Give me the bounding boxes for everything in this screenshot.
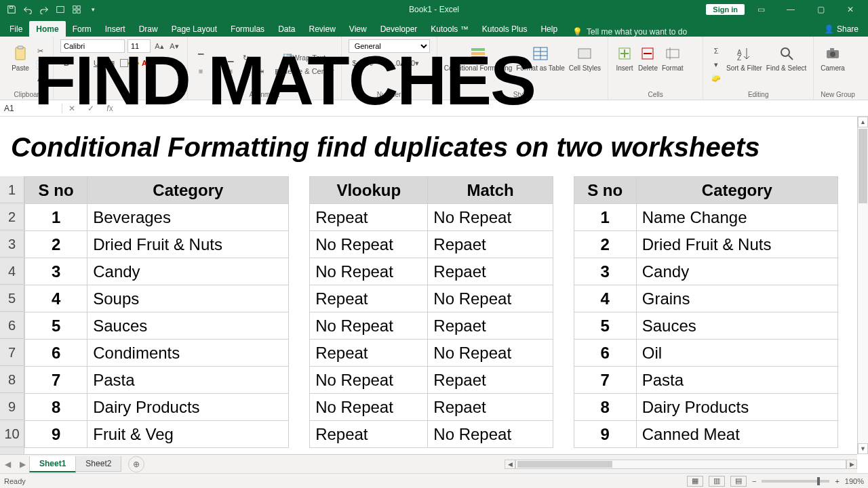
cell-category[interactable]: Beverages — [87, 204, 289, 231]
header-match[interactable]: Match — [428, 177, 553, 204]
close-icon[interactable]: ✕ — [837, 1, 864, 18]
font-name-select[interactable] — [60, 39, 125, 53]
font-color-icon[interactable]: A — [142, 57, 158, 69]
gap-cell[interactable] — [553, 340, 574, 367]
cell-vlookup[interactable]: No Repeat — [310, 312, 428, 340]
gap-cell[interactable] — [289, 258, 310, 285]
conditional-formatting-button[interactable]: Conditional Formatting — [444, 43, 513, 86]
decrease-font-icon[interactable]: A▾ — [168, 40, 180, 52]
page-break-view-icon[interactable]: ▤ — [730, 476, 747, 487]
cell-sno[interactable]: 5 — [25, 312, 87, 340]
fill-color-icon[interactable] — [120, 57, 139, 69]
vertical-scrollbar[interactable]: ▲ ▼ — [857, 117, 868, 454]
vscroll-thumb[interactable] — [859, 129, 867, 203]
maximize-icon[interactable]: ▢ — [807, 1, 834, 18]
gap-cell[interactable] — [553, 367, 574, 394]
cancel-fx-icon[interactable]: ✕ — [62, 100, 81, 116]
cell-vlookup[interactable]: Repeat — [310, 340, 428, 367]
scroll-down-icon[interactable]: ▼ — [858, 443, 868, 454]
cell-match[interactable]: Repaet — [428, 258, 553, 285]
cell-match[interactable]: Repaet — [428, 231, 553, 258]
cell-vlookup[interactable]: No Repeat — [310, 367, 428, 394]
cell-vlookup[interactable]: Repeat — [310, 421, 428, 448]
gap-cell[interactable] — [553, 421, 574, 448]
gap-cell[interactable] — [553, 312, 574, 340]
gap-cell[interactable] — [553, 394, 574, 421]
name-box[interactable]: A1 — [0, 104, 62, 113]
cell-category[interactable]: Fruit & Veg — [87, 421, 289, 448]
cell-sno[interactable]: 2 — [25, 231, 87, 258]
tab-kutools-plus[interactable]: Kutools Plus — [475, 21, 534, 37]
gap-cell[interactable] — [289, 367, 310, 394]
cell-category2[interactable]: Dairy Products — [636, 394, 837, 421]
cell-sno2[interactable]: 7 — [574, 367, 636, 394]
cell-vlookup[interactable]: No Repeat — [310, 394, 428, 421]
qat-extra2-icon[interactable] — [71, 3, 83, 16]
cell-styles-button[interactable]: Cell Styles — [569, 43, 601, 86]
tab-developer[interactable]: Developer — [374, 21, 425, 37]
gap-cell[interactable] — [289, 312, 310, 340]
worksheet[interactable]: S no Category Vlookup Match S no Categor… — [24, 176, 857, 448]
gap-cell[interactable] — [553, 177, 574, 204]
header-category2[interactable]: Category — [636, 177, 837, 204]
gap-cell[interactable] — [289, 340, 310, 367]
tab-help[interactable]: Help — [534, 21, 564, 37]
copy-icon[interactable]: 📄 — [34, 58, 46, 70]
cell-match[interactable]: No Repeat — [428, 340, 553, 367]
horizontal-scrollbar[interactable]: ◀ ▶ — [505, 459, 857, 470]
cell-vlookup[interactable]: No Repeat — [310, 258, 428, 285]
gap-cell[interactable] — [553, 258, 574, 285]
cell-match[interactable]: No Repeat — [428, 285, 553, 312]
format-painter-icon[interactable]: 🖌 — [34, 72, 46, 84]
align-bottom-icon[interactable]: ▁ — [224, 52, 237, 64]
row-header[interactable]: 5 — [0, 285, 24, 312]
zoom-in-icon[interactable]: + — [835, 477, 839, 485]
cell-category2[interactable]: Pasta — [636, 367, 837, 394]
align-center-icon[interactable]: ≡ — [210, 65, 222, 77]
formula-input[interactable] — [119, 104, 868, 113]
cell-vlookup[interactable]: No Repeat — [310, 231, 428, 258]
cell-match[interactable]: Repaet — [428, 367, 553, 394]
increase-decimal-icon[interactable]: .0▴ — [393, 57, 406, 69]
cell-match[interactable]: No Repeat — [428, 421, 553, 448]
normal-view-icon[interactable]: ▦ — [687, 476, 703, 487]
enter-fx-icon[interactable]: ✓ — [81, 100, 100, 116]
cell-sno2[interactable]: 2 — [574, 231, 636, 258]
cell-category2[interactable]: Oil — [636, 340, 837, 367]
cell-category2[interactable]: Canned Meat — [636, 421, 837, 448]
sign-in-button[interactable]: Sign in — [706, 4, 745, 15]
cell-sno[interactable]: 7 — [25, 367, 87, 394]
sheet-nav-next-icon[interactable]: ▶ — [15, 455, 30, 473]
row-header[interactable]: 7 — [0, 339, 24, 366]
cell-category[interactable]: Soups — [87, 285, 289, 312]
gap-cell[interactable] — [553, 204, 574, 231]
cell-sno2[interactable]: 4 — [574, 285, 636, 312]
qat-extra-icon[interactable] — [54, 3, 66, 16]
number-format-select[interactable]: General — [349, 39, 430, 53]
gap-cell[interactable] — [289, 421, 310, 448]
tab-review[interactable]: Review — [302, 21, 342, 37]
wrap-text-button[interactable]: 🔄 Wrap Text — [275, 52, 334, 64]
cell-category[interactable]: Sauces — [87, 312, 289, 340]
align-right-icon[interactable]: ≡ — [224, 65, 237, 77]
border-icon[interactable]: ▦ — [105, 57, 117, 69]
new-sheet-button[interactable]: ⊕ — [128, 456, 144, 472]
delete-cells-button[interactable]: Delete — [638, 43, 658, 86]
cell-sno2[interactable]: 6 — [574, 340, 636, 367]
fill-icon[interactable]: ▾ — [710, 58, 722, 70]
share-button[interactable]: 👤 Share — [817, 22, 865, 37]
row-header[interactable]: 3 — [0, 230, 24, 258]
gap-cell[interactable] — [289, 231, 310, 258]
row-header[interactable]: 9 — [0, 393, 24, 420]
decrease-decimal-icon[interactable]: .0▾ — [408, 57, 420, 69]
cell-vlookup[interactable]: Repeat — [310, 204, 428, 231]
tab-draw[interactable]: Draw — [132, 21, 165, 37]
bold-icon[interactable]: B — [60, 57, 73, 69]
cell-sno[interactable]: 3 — [25, 258, 87, 285]
sheet-tab-sheet2[interactable]: Sheet2 — [75, 456, 121, 472]
align-left-icon[interactable]: ≡ — [195, 65, 207, 77]
cell-category[interactable]: Condiments — [87, 340, 289, 367]
row-header[interactable]: 2 — [0, 203, 24, 230]
sheet-tab-sheet1[interactable]: Sheet1 — [29, 456, 76, 472]
fx-icon[interactable]: fx — [100, 100, 119, 116]
